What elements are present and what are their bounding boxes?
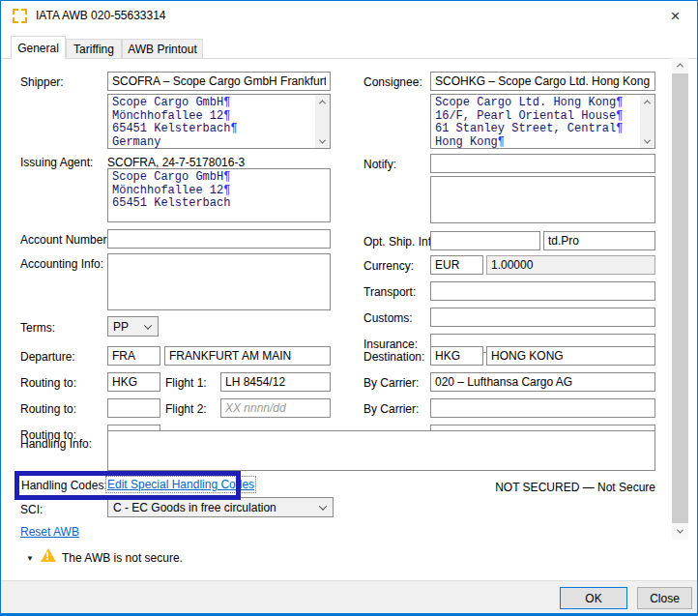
terms-select[interactable]: PP <box>107 316 159 337</box>
customs-label: Customs: <box>364 311 413 325</box>
reset-awb-link[interactable]: Reset AWB <box>20 525 79 539</box>
scroll-down-icon[interactable] <box>672 523 688 540</box>
flight1-label: Flight 1: <box>165 376 207 390</box>
chevron-down-icon <box>144 321 152 329</box>
general-tab-page: Shipper: Scope Cargo GmbH¶Mönchhofallee … <box>1 59 698 584</box>
scroll-up-icon[interactable] <box>672 57 688 73</box>
edit-special-handling-codes-link[interactable]: Edit Special Handling Codes <box>107 478 254 491</box>
scroll-down-icon[interactable] <box>315 134 330 148</box>
carrier2-label: By Carrier: <box>364 402 419 416</box>
notify-details-area[interactable] <box>430 176 655 223</box>
carrier1-input[interactable] <box>430 372 655 392</box>
consignee-address-area[interactable]: Scope Cargo Ltd. Hong Kong¶16/F, Pearl O… <box>430 94 655 149</box>
sci-select[interactable]: C - EC Goods in free circulation <box>107 497 334 517</box>
ok-button[interactable]: OK <box>560 587 627 609</box>
customs-input[interactable] <box>430 308 655 327</box>
carrier2-input[interactable] <box>430 398 655 418</box>
departure-name-input[interactable] <box>164 346 331 366</box>
issuing-agent-value: SCOFRA, 24-7-5178016-3 <box>107 156 245 169</box>
carrier1-label: By Carrier: <box>364 376 419 390</box>
routing2-label: Routing to: <box>20 402 76 416</box>
scroll-up-icon[interactable] <box>315 95 330 108</box>
scroll-up-icon[interactable] <box>640 95 654 108</box>
tab-strip: General Tariffing AWB Printout <box>1 36 698 59</box>
destination-name-input[interactable] <box>486 346 655 366</box>
expander-icon[interactable]: ▼ <box>26 554 34 563</box>
shipper-label: Shipper: <box>20 75 64 89</box>
dialog-scrollbar[interactable] <box>672 57 688 540</box>
window-title: IATA AWB 020-55633314 <box>36 9 166 22</box>
security-status: NOT SECURED — Not Secure <box>495 481 655 494</box>
departure-code-input[interactable] <box>107 346 160 366</box>
consignee-input[interactable] <box>430 72 655 91</box>
handling-info-area[interactable] <box>107 430 655 471</box>
opt-ship-info-input[interactable] <box>430 231 540 250</box>
notify-label: Notify: <box>364 158 396 171</box>
tab-general[interactable]: General <box>11 36 66 60</box>
dialog-footer: OK Close <box>1 580 698 613</box>
currency-label: Currency: <box>364 259 414 273</box>
transport-label: Transport: <box>364 285 416 299</box>
terms-label: Terms: <box>20 321 55 335</box>
consignee-label: Consignee: <box>364 75 422 89</box>
flight2-input[interactable] <box>220 398 331 418</box>
accounting-info-label: Accounting Info: <box>20 257 103 271</box>
terms-value: PP <box>113 320 129 334</box>
routing2-code-input[interactable] <box>107 398 160 418</box>
scrollbar-thumb[interactable] <box>672 73 688 523</box>
warning-icon: ! <box>41 548 56 562</box>
td-pro-input[interactable] <box>543 231 655 250</box>
shipper-input[interactable] <box>107 72 331 91</box>
account-number-input[interactable] <box>107 229 331 249</box>
scroll-down-icon[interactable] <box>640 134 654 148</box>
currency-code-input[interactable] <box>430 255 483 275</box>
currency-rate-field <box>486 255 655 275</box>
issuing-agent-address-area[interactable]: Scope Cargo GmbH¶Mönchhofallee 12¶65451 … <box>107 168 331 222</box>
routing1-label: Routing to: <box>20 376 76 390</box>
close-icon[interactable]: × <box>654 1 697 31</box>
destination-label: Destination: <box>364 350 424 364</box>
routing1-code-input[interactable] <box>107 372 160 392</box>
titlebar: IATA AWB 020-55633314 × <box>1 1 697 31</box>
destination-code-input[interactable] <box>430 346 483 366</box>
corner-brackets-icon <box>13 9 27 23</box>
accounting-info-area[interactable] <box>107 253 331 310</box>
consignee-address-scrollbar[interactable] <box>640 95 654 148</box>
account-number-label: Account Number: <box>20 233 110 247</box>
sci-label: SCI: <box>20 503 43 516</box>
handling-codes-label: Handling Codes: <box>21 479 107 492</box>
handling-info-label: Handling Info: <box>20 437 92 451</box>
shipper-address-scrollbar[interactable] <box>315 95 330 148</box>
tab-tariffing[interactable]: Tariffing <box>66 39 122 59</box>
chevron-down-icon <box>319 502 327 510</box>
close-button[interactable]: Close <box>637 587 692 609</box>
tab-awb-printout[interactable]: AWB Printout <box>122 39 203 59</box>
insurance-label: Insurance: <box>364 337 418 351</box>
notify-input[interactable] <box>430 154 655 173</box>
issuing-agent-label: Issuing Agent: <box>20 156 93 169</box>
awb-dialog: IATA AWB 020-55633314 × General Tariffin… <box>0 0 698 616</box>
transport-input[interactable] <box>430 281 655 301</box>
sci-value: C - EC Goods in free circulation <box>113 501 276 514</box>
shipper-address-area[interactable]: Scope Cargo GmbH¶Mönchhofallee 12¶65451 … <box>107 94 331 149</box>
warning-text: The AWB is not secure. <box>62 551 183 565</box>
departure-label: Departure: <box>20 350 75 364</box>
flight2-label: Flight 2: <box>165 402 207 416</box>
flight1-input[interactable] <box>220 372 331 392</box>
